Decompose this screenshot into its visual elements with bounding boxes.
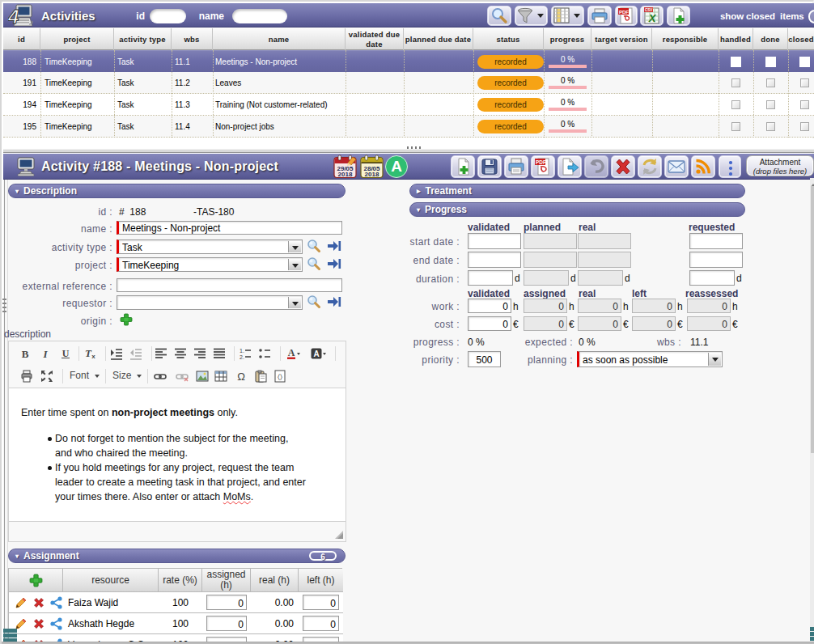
svg-text:X: X <box>648 12 657 24</box>
svg-text:4: 4 <box>8 6 19 28</box>
svg-text:2.: 2. <box>240 354 244 360</box>
svg-text:I: I <box>42 348 48 360</box>
svg-text:U: U <box>62 348 70 359</box>
svg-text:x: x <box>91 353 95 360</box>
svg-text:A: A <box>288 347 295 358</box>
svg-text:PDF: PDF <box>536 159 546 165</box>
svg-text:1.: 1. <box>240 348 244 354</box>
svg-text:PDF: PDF <box>619 10 629 15</box>
svg-text:2018: 2018 <box>338 171 353 178</box>
svg-text:〈〉: 〈〉 <box>278 373 282 381</box>
svg-text:B: B <box>22 348 29 360</box>
svg-text:A: A <box>313 350 319 358</box>
svg-text:Ω: Ω <box>237 371 245 383</box>
svg-text:2018: 2018 <box>365 171 379 178</box>
